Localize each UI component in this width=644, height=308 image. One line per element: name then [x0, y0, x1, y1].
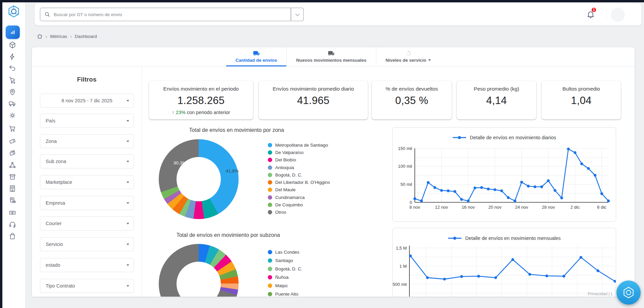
search-options-button[interactable] [291, 8, 304, 21]
legend-dot-icon [268, 275, 272, 279]
user-avatar[interactable] [611, 8, 625, 21]
sidebar-item-network[interactable] [8, 161, 16, 169]
sidebar-item-location-pin[interactable] [8, 88, 16, 96]
filter-label: Servicio [46, 242, 63, 247]
donut-chart-zona: 41,8%30,3% [159, 139, 239, 219]
privacy-link[interactable]: Privacidad | L [588, 292, 613, 296]
legend-label: Bogotá, D. C. [275, 266, 302, 271]
sidebar-item-bolt[interactable] [8, 53, 16, 61]
legend-dot-icon [268, 188, 272, 192]
tab-label: Cantidad de envíos [236, 58, 277, 63]
filter-dropdown-3[interactable]: Sub zona [40, 154, 134, 168]
chevron-down-icon [295, 12, 300, 16]
tab-niveles-de-servicio[interactable]: Niveles de servicio [376, 47, 441, 66]
search-input[interactable] [40, 8, 291, 21]
sidebar-item-truck[interactable] [8, 100, 16, 108]
sidebar-item-ticket[interactable] [8, 137, 16, 145]
chat-fab-button[interactable] [616, 280, 641, 305]
breadcrumb-dashboard: Dashboard [75, 34, 97, 39]
legend-label: Puente Alto [275, 292, 298, 297]
filter-dropdown-6[interactable]: Courier [40, 216, 134, 230]
kpi-label: % de envíos devueltos [386, 86, 438, 92]
sidebar-item-archive-box[interactable] [8, 173, 16, 181]
monthly-line-chart: 1,5 M1 M500 mil [393, 228, 616, 297]
tab-nuevos-movimientos-mensuales[interactable]: Nuevos movimientos mensuales [287, 47, 376, 66]
svg-text:1 M: 1 M [399, 264, 407, 269]
kpi-value: 41.965 [297, 95, 330, 107]
sidebar-item-package[interactable] [8, 41, 16, 49]
breadcrumb-metricas[interactable]: Métricas [50, 34, 67, 39]
caret-down-icon [127, 182, 129, 183]
building-icon [8, 185, 16, 193]
package-icon [8, 41, 16, 49]
filter-dropdown-5[interactable]: Empresa [40, 196, 134, 210]
legend-item: Las Condes [268, 248, 302, 256]
donut-subzona-legend: Las CondesSantiagoBogotá, D. C.ÑuñoaMaip… [268, 248, 302, 297]
archive-box-icon [8, 173, 16, 181]
monthly-shipments-chart-card: Detalle de envíos en movimiento mensuale… [392, 228, 616, 297]
sidebar-item-tickets[interactable] [8, 149, 16, 157]
search-bar [40, 8, 304, 21]
sidebar-item-billing-doc[interactable] [8, 196, 16, 204]
caret-down-icon [127, 285, 129, 287]
tab-cantidad-de-envios[interactable]: Cantidad de envíos [226, 47, 287, 66]
filter-dropdown-8[interactable]: estado [40, 258, 134, 272]
main-content-card: Cantidad de envíosNuevos movimientos men… [32, 47, 635, 297]
legend-item: Del Libertador B. O'Higgins [268, 178, 330, 186]
filter-dropdown-1[interactable]: País [40, 114, 134, 128]
filter-dropdown-2[interactable]: Zona [40, 134, 134, 148]
home-icon[interactable] [37, 34, 43, 39]
filter-dropdown-4[interactable]: Marketplace [40, 175, 134, 189]
sidebar-item-building[interactable] [8, 185, 16, 193]
donut-zona-legend: Metropolitana de SantiagoDe ValparaísoDe… [268, 141, 330, 216]
kpi-label: Bultos promedio [562, 86, 600, 92]
kpi-value: 0,35 % [395, 95, 428, 107]
date-range-filter[interactable]: 8 nov 2025 - 7 dic 2025 [40, 94, 134, 108]
legend-label: Santiago [275, 258, 293, 263]
sidebar-rail [2, 0, 26, 308]
legend-label: De Valparaíso [275, 150, 304, 155]
sidebar-item-shopping-bag[interactable] [8, 232, 16, 240]
donut-subzona-title: Total de envíos en movimiento por subzon… [121, 232, 336, 238]
sidebar-item-return-arrow[interactable] [8, 64, 16, 72]
ticket-icon [8, 137, 16, 145]
filter-label: Courier [46, 221, 62, 226]
legend-label: Bogotá, D. C. [275, 172, 302, 177]
filter-label: País [46, 118, 55, 123]
legend-dot-icon [268, 173, 272, 177]
svg-text:12 nov: 12 nov [435, 205, 448, 210]
legend-item: Santiago [268, 256, 302, 265]
left-frame-strip [0, 0, 2, 308]
legend-dot-icon [268, 165, 272, 170]
daily-line-chart: 150 mil100 mil50 mil08 nov12 nov16 nov20… [393, 127, 616, 222]
shopping-bag-icon [8, 232, 16, 240]
legend-item: De Coquimbo [268, 201, 330, 208]
sidebar-item-hand-truck[interactable] [8, 76, 16, 84]
tab-bar: Cantidad de envíosNuevos movimientos men… [32, 47, 635, 66]
filter-dropdown-7[interactable]: Servicio [40, 237, 134, 251]
filter-dropdown-9[interactable]: Tipo Contrato [40, 279, 134, 293]
sidebar-item-gear[interactable] [8, 111, 16, 119]
sidebar-item-cash[interactable] [8, 209, 16, 217]
caret-down-icon [127, 223, 129, 224]
top-bar: 1 [35, 3, 641, 25]
legend-dot-icon [268, 210, 272, 214]
svg-text:150 mil: 150 mil [398, 146, 412, 151]
gear-icon [8, 111, 16, 119]
kpi-delta-value: 23% [176, 110, 186, 115]
caret-down-icon [127, 244, 129, 245]
dashboard-page: 1 › Métricas › Dashboard Cantidad de env… [0, 0, 644, 308]
caret-down-icon [428, 59, 431, 61]
sidebar-item-bar-chart[interactable] [6, 25, 20, 39]
slice-percentage-label: 30,3% [174, 160, 186, 165]
kpi-label: Envíos movimiento en el periodo [163, 86, 239, 92]
notification-badge: 1 [591, 7, 596, 12]
legend-item: Maipú [268, 281, 302, 290]
breadcrumb-separator: › [46, 34, 47, 39]
legend-label: Las Condes [275, 250, 299, 255]
shopping-cart-icon [8, 124, 16, 133]
sidebar-item-shopping-cart[interactable] [8, 124, 16, 133]
filters-title: Filtros [32, 76, 142, 83]
legend-item: Antioquia [268, 164, 330, 171]
sidebar-item-headset[interactable] [8, 220, 16, 228]
